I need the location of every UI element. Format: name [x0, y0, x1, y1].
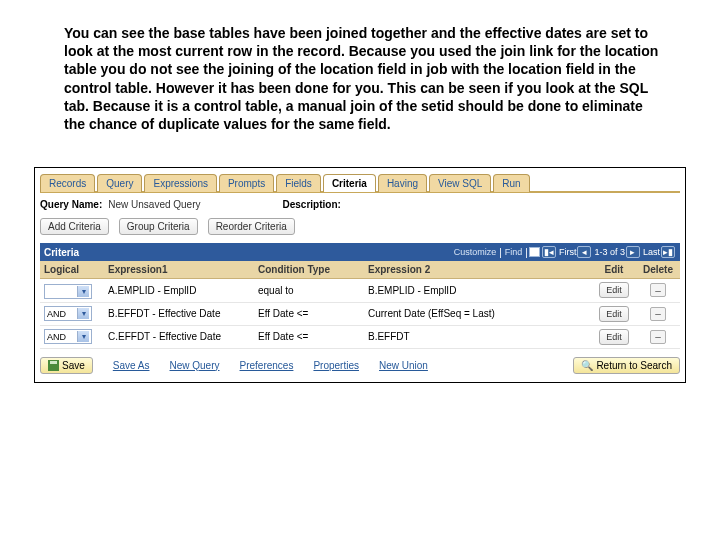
cond-cell: Eff Date <= — [254, 305, 364, 322]
grid-title-bar: Criteria Customize | Find | ▮◂ First ◂ 1… — [40, 243, 680, 261]
col-expression2: Expression 2 — [364, 261, 592, 278]
chevron-down-icon: ▾ — [77, 308, 89, 319]
logical-select[interactable]: AND ▾ — [44, 306, 92, 321]
spreadsheet-icon[interactable] — [529, 247, 540, 257]
delete-icon[interactable]: – — [650, 283, 666, 297]
find-link[interactable]: Find — [505, 247, 523, 257]
logical-value: AND — [47, 332, 66, 342]
exp2-cell: B.EMPLID - EmplID — [364, 282, 592, 299]
tab-criteria[interactable]: Criteria — [323, 174, 376, 192]
new-union-link[interactable]: New Union — [379, 360, 428, 371]
nav-range: 1-3 of 3 — [594, 247, 625, 257]
logical-select[interactable]: ▾ — [44, 284, 92, 299]
tab-having[interactable]: Having — [378, 174, 427, 192]
save-button[interactable]: Save — [40, 357, 93, 374]
table-row: AND ▾ C.EFFDT - Effective Date Eff Date … — [40, 326, 680, 349]
intro-paragraph: You can see the base tables have been jo… — [64, 24, 684, 133]
tab-records[interactable]: Records — [40, 174, 95, 192]
properties-link[interactable]: Properties — [313, 360, 359, 371]
return-label: Return to Search — [596, 360, 672, 371]
cond-cell: equal to — [254, 282, 364, 299]
add-criteria-button[interactable]: Add Criteria — [40, 218, 109, 235]
tab-strip: Records Query Expressions Prompts Fields… — [40, 174, 680, 192]
exp2-cell: B.EFFDT — [364, 328, 592, 345]
cond-cell: Eff Date <= — [254, 328, 364, 345]
edit-button[interactable]: Edit — [599, 282, 629, 298]
edit-button[interactable]: Edit — [599, 306, 629, 322]
nav-last-icon[interactable]: ▸▮ — [661, 246, 675, 258]
chevron-down-icon: ▾ — [77, 331, 89, 342]
nav-first-label: First — [559, 247, 577, 257]
grid-title: Criteria — [44, 247, 79, 258]
tab-view-sql[interactable]: View SQL — [429, 174, 491, 192]
sep: | — [525, 247, 528, 258]
new-query-link[interactable]: New Query — [170, 360, 220, 371]
edit-button[interactable]: Edit — [599, 329, 629, 345]
save-label: Save — [62, 360, 85, 371]
tab-prompts[interactable]: Prompts — [219, 174, 274, 192]
exp1-cell: C.EFFDT - Effective Date — [104, 328, 254, 345]
chevron-down-icon: ▾ — [77, 286, 89, 297]
tab-query[interactable]: Query — [97, 174, 142, 192]
nav-prev-icon[interactable]: ◂ — [577, 246, 591, 258]
exp1-cell: A.EMPLID - EmplID — [104, 282, 254, 299]
tab-fields[interactable]: Fields — [276, 174, 321, 192]
customize-link[interactable]: Customize — [454, 247, 497, 257]
grid-header-row: Logical Expression1 Condition Type Expre… — [40, 261, 680, 279]
search-icon: 🔍 — [581, 360, 593, 371]
tab-expressions[interactable]: Expressions — [144, 174, 216, 192]
query-designer-panel: Records Query Expressions Prompts Fields… — [34, 167, 686, 383]
save-as-link[interactable]: Save As — [113, 360, 150, 371]
description-label: Description: — [283, 199, 341, 210]
col-condition: Condition Type — [254, 261, 364, 278]
disk-icon — [48, 360, 59, 371]
col-logical: Logical — [40, 261, 104, 278]
preferences-link[interactable]: Preferences — [240, 360, 294, 371]
query-name-value: New Unsaved Query — [108, 199, 200, 210]
tab-run[interactable]: Run — [493, 174, 529, 192]
table-row: ▾ A.EMPLID - EmplID equal to B.EMPLID - … — [40, 279, 680, 303]
logical-select[interactable]: AND ▾ — [44, 329, 92, 344]
nav-last-label: Last — [643, 247, 660, 257]
reorder-criteria-button[interactable]: Reorder Criteria — [208, 218, 295, 235]
sep: | — [499, 247, 502, 258]
logical-value: AND — [47, 309, 66, 319]
query-name-label: Query Name: — [40, 199, 102, 210]
col-delete: Delete — [636, 261, 680, 278]
footer-bar: Save Save As New Query Preferences Prope… — [40, 357, 680, 374]
col-expression1: Expression1 — [104, 261, 254, 278]
delete-icon[interactable]: – — [650, 330, 666, 344]
group-criteria-button[interactable]: Group Criteria — [119, 218, 198, 235]
col-edit: Edit — [592, 261, 636, 278]
exp1-cell: B.EFFDT - Effective Date — [104, 305, 254, 322]
delete-icon[interactable]: – — [650, 307, 666, 321]
nav-first-icon[interactable]: ▮◂ — [542, 246, 556, 258]
exp2-cell: Current Date (EffSeq = Last) — [364, 305, 592, 322]
return-to-search-button[interactable]: 🔍 Return to Search — [573, 357, 680, 374]
table-row: AND ▾ B.EFFDT - Effective Date Eff Date … — [40, 303, 680, 326]
nav-next-icon[interactable]: ▸ — [626, 246, 640, 258]
